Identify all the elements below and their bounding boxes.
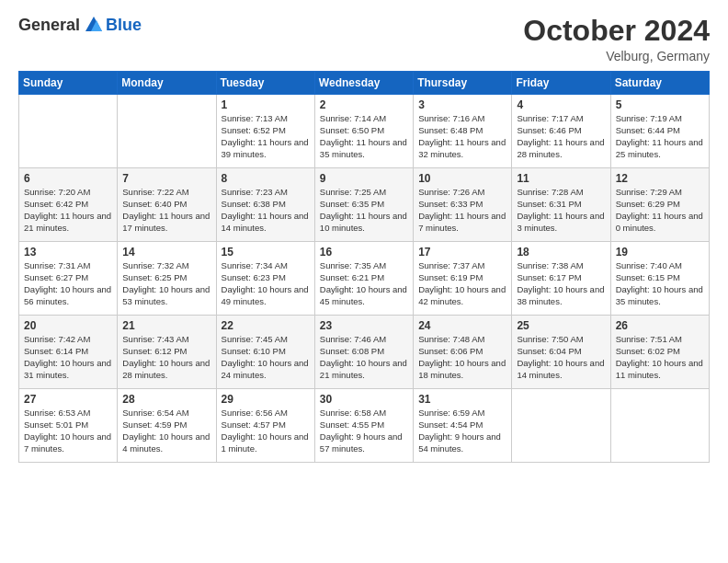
day-info: Sunrise: 7:26 AM Sunset: 6:33 PM Dayligh… bbox=[418, 187, 506, 234]
day-info: Sunrise: 7:22 AM Sunset: 6:40 PM Dayligh… bbox=[122, 187, 210, 234]
table-row: 6Sunrise: 7:20 AM Sunset: 6:42 PM Daylig… bbox=[19, 168, 118, 242]
col-wednesday: Wednesday bbox=[314, 72, 413, 95]
day-info: Sunrise: 6:53 AM Sunset: 5:01 PM Dayligh… bbox=[24, 408, 112, 454]
day-info: Sunrise: 7:51 AM Sunset: 6:02 PM Dayligh… bbox=[616, 334, 704, 381]
day-info: Sunrise: 7:14 AM Sunset: 6:50 PM Dayligh… bbox=[320, 113, 408, 160]
table-row bbox=[118, 95, 216, 168]
col-tuesday: Tuesday bbox=[216, 72, 314, 95]
day-info: Sunrise: 7:25 AM Sunset: 6:35 PM Dayligh… bbox=[320, 187, 408, 234]
day-info: Sunrise: 7:13 AM Sunset: 6:52 PM Dayligh… bbox=[222, 113, 310, 160]
day-info: Sunrise: 7:32 AM Sunset: 6:25 PM Dayligh… bbox=[122, 260, 210, 307]
table-row: 10Sunrise: 7:26 AM Sunset: 6:33 PM Dayli… bbox=[414, 168, 512, 242]
day-info: Sunrise: 7:19 AM Sunset: 6:44 PM Dayligh… bbox=[616, 113, 704, 160]
day-info: Sunrise: 7:42 AM Sunset: 6:14 PM Dayligh… bbox=[24, 334, 112, 381]
table-row: 4Sunrise: 7:17 AM Sunset: 6:46 PM Daylig… bbox=[512, 95, 610, 168]
table-row: 7Sunrise: 7:22 AM Sunset: 6:40 PM Daylig… bbox=[118, 168, 216, 242]
table-row: 19Sunrise: 7:40 AM Sunset: 6:15 PM Dayli… bbox=[610, 242, 709, 316]
col-sunday: Sunday bbox=[19, 72, 118, 95]
table-row: 1Sunrise: 7:13 AM Sunset: 6:52 PM Daylig… bbox=[216, 95, 314, 168]
day-number: 13 bbox=[24, 246, 112, 259]
day-number: 19 bbox=[616, 246, 704, 259]
table-row: 12Sunrise: 7:29 AM Sunset: 6:29 PM Dayli… bbox=[610, 168, 709, 242]
day-number: 18 bbox=[517, 246, 605, 259]
day-number: 2 bbox=[320, 98, 408, 111]
logo-icon bbox=[84, 15, 104, 35]
day-info: Sunrise: 7:20 AM Sunset: 6:42 PM Dayligh… bbox=[24, 187, 112, 234]
logo: General Blue bbox=[18, 15, 142, 35]
header: General Blue October 2024 Velburg, Germa… bbox=[18, 15, 710, 63]
day-number: 21 bbox=[122, 319, 210, 332]
table-row bbox=[610, 389, 709, 463]
table-row: 8Sunrise: 7:23 AM Sunset: 6:38 PM Daylig… bbox=[216, 168, 314, 242]
table-row: 20Sunrise: 7:42 AM Sunset: 6:14 PM Dayli… bbox=[19, 316, 118, 389]
logo-area: General Blue bbox=[18, 15, 142, 35]
table-row: 14Sunrise: 7:32 AM Sunset: 6:25 PM Dayli… bbox=[118, 242, 216, 316]
day-info: Sunrise: 7:17 AM Sunset: 6:46 PM Dayligh… bbox=[517, 113, 605, 160]
day-number: 16 bbox=[320, 246, 408, 259]
day-info: Sunrise: 7:31 AM Sunset: 6:27 PM Dayligh… bbox=[24, 260, 112, 307]
day-number: 25 bbox=[517, 319, 605, 332]
day-number: 31 bbox=[418, 393, 506, 406]
day-info: Sunrise: 7:34 AM Sunset: 6:23 PM Dayligh… bbox=[222, 260, 310, 307]
table-row: 3Sunrise: 7:16 AM Sunset: 6:48 PM Daylig… bbox=[414, 95, 512, 168]
col-monday: Monday bbox=[118, 72, 216, 95]
day-info: Sunrise: 7:45 AM Sunset: 6:10 PM Dayligh… bbox=[222, 334, 310, 381]
day-number: 17 bbox=[418, 246, 506, 259]
logo-general: General bbox=[18, 16, 80, 35]
table-row: 23Sunrise: 7:46 AM Sunset: 6:08 PM Dayli… bbox=[314, 316, 413, 389]
day-number: 7 bbox=[122, 172, 210, 185]
col-saturday: Saturday bbox=[610, 72, 709, 95]
subtitle: Velburg, Germany bbox=[523, 49, 710, 63]
day-number: 14 bbox=[122, 246, 210, 259]
header-row: Sunday Monday Tuesday Wednesday Thursday… bbox=[19, 72, 710, 95]
day-info: Sunrise: 7:43 AM Sunset: 6:12 PM Dayligh… bbox=[122, 334, 210, 381]
day-number: 9 bbox=[320, 172, 408, 185]
day-info: Sunrise: 7:35 AM Sunset: 6:21 PM Dayligh… bbox=[320, 260, 408, 307]
col-friday: Friday bbox=[512, 72, 610, 95]
day-number: 8 bbox=[222, 172, 310, 185]
day-number: 5 bbox=[616, 98, 704, 111]
day-number: 22 bbox=[222, 319, 310, 332]
day-number: 12 bbox=[616, 172, 704, 185]
table-row: 16Sunrise: 7:35 AM Sunset: 6:21 PM Dayli… bbox=[314, 242, 413, 316]
day-info: Sunrise: 6:58 AM Sunset: 4:55 PM Dayligh… bbox=[320, 408, 408, 454]
day-number: 24 bbox=[418, 319, 506, 332]
day-info: Sunrise: 6:54 AM Sunset: 4:59 PM Dayligh… bbox=[122, 408, 210, 454]
day-number: 30 bbox=[320, 393, 408, 406]
day-info: Sunrise: 7:50 AM Sunset: 6:04 PM Dayligh… bbox=[517, 334, 605, 381]
title-area: October 2024 Velburg, Germany bbox=[523, 15, 710, 63]
day-info: Sunrise: 7:29 AM Sunset: 6:29 PM Dayligh… bbox=[616, 187, 704, 234]
day-info: Sunrise: 7:48 AM Sunset: 6:06 PM Dayligh… bbox=[418, 334, 506, 381]
page: General Blue October 2024 Velburg, Germa… bbox=[0, 0, 728, 563]
table-row: 5Sunrise: 7:19 AM Sunset: 6:44 PM Daylig… bbox=[610, 95, 709, 168]
table-row: 21Sunrise: 7:43 AM Sunset: 6:12 PM Dayli… bbox=[118, 316, 216, 389]
table-row bbox=[19, 95, 118, 168]
day-number: 26 bbox=[616, 319, 704, 332]
day-info: Sunrise: 7:38 AM Sunset: 6:17 PM Dayligh… bbox=[517, 260, 605, 307]
table-row: 22Sunrise: 7:45 AM Sunset: 6:10 PM Dayli… bbox=[216, 316, 314, 389]
table-row: 30Sunrise: 6:58 AM Sunset: 4:55 PM Dayli… bbox=[314, 389, 413, 463]
table-row: 29Sunrise: 6:56 AM Sunset: 4:57 PM Dayli… bbox=[216, 389, 314, 463]
table-row: 11Sunrise: 7:28 AM Sunset: 6:31 PM Dayli… bbox=[512, 168, 610, 242]
day-number: 10 bbox=[418, 172, 506, 185]
day-number: 15 bbox=[222, 246, 310, 259]
day-info: Sunrise: 7:28 AM Sunset: 6:31 PM Dayligh… bbox=[517, 187, 605, 234]
day-number: 28 bbox=[122, 393, 210, 406]
month-title: October 2024 bbox=[523, 15, 710, 47]
day-number: 20 bbox=[24, 319, 112, 332]
day-info: Sunrise: 6:59 AM Sunset: 4:54 PM Dayligh… bbox=[418, 408, 506, 454]
day-info: Sunrise: 7:37 AM Sunset: 6:19 PM Dayligh… bbox=[418, 260, 506, 307]
day-number: 6 bbox=[24, 172, 112, 185]
table-row: 15Sunrise: 7:34 AM Sunset: 6:23 PM Dayli… bbox=[216, 242, 314, 316]
day-info: Sunrise: 7:40 AM Sunset: 6:15 PM Dayligh… bbox=[616, 260, 704, 307]
day-info: Sunrise: 7:16 AM Sunset: 6:48 PM Dayligh… bbox=[418, 113, 506, 160]
calendar: Sunday Monday Tuesday Wednesday Thursday… bbox=[18, 71, 710, 463]
day-info: Sunrise: 7:23 AM Sunset: 6:38 PM Dayligh… bbox=[222, 187, 310, 234]
day-number: 4 bbox=[517, 98, 605, 111]
table-row: 24Sunrise: 7:48 AM Sunset: 6:06 PM Dayli… bbox=[414, 316, 512, 389]
day-info: Sunrise: 6:56 AM Sunset: 4:57 PM Dayligh… bbox=[222, 408, 310, 454]
day-number: 11 bbox=[517, 172, 605, 185]
table-row: 27Sunrise: 6:53 AM Sunset: 5:01 PM Dayli… bbox=[19, 389, 118, 463]
table-row: 26Sunrise: 7:51 AM Sunset: 6:02 PM Dayli… bbox=[610, 316, 709, 389]
day-number: 29 bbox=[222, 393, 310, 406]
